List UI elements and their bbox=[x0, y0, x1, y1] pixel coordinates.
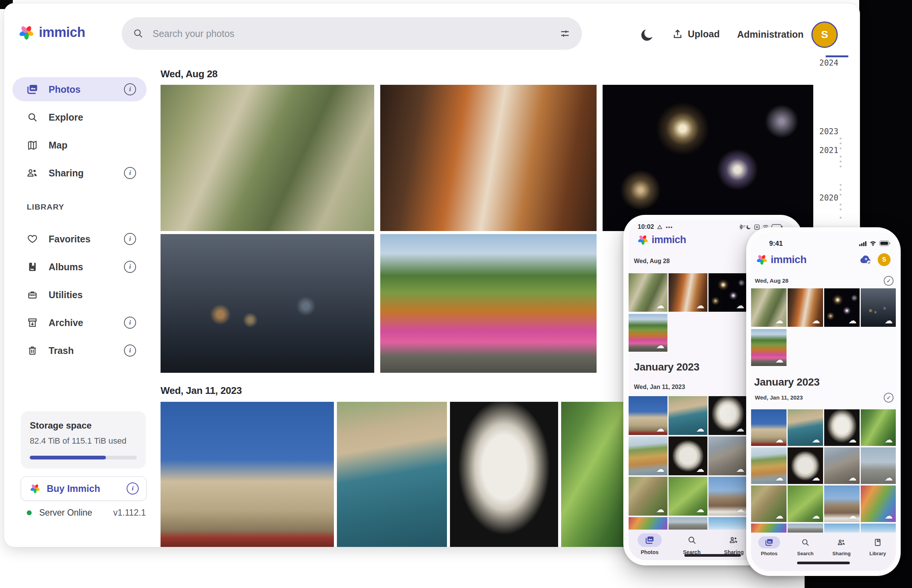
thumb-lizard[interactable] bbox=[751, 485, 786, 522]
immich-flower-icon bbox=[18, 24, 35, 41]
search-bar[interactable] bbox=[122, 17, 582, 50]
photo-marble-bust[interactable] bbox=[450, 402, 558, 547]
thumb-colorful[interactable] bbox=[861, 485, 896, 522]
thumb-coastal-fort[interactable] bbox=[788, 409, 823, 446]
trash-icon bbox=[27, 345, 38, 356]
sidebar-item-trash[interactable]: Trash i bbox=[13, 338, 147, 363]
app-logo[interactable]: immich bbox=[18, 24, 85, 41]
thumb-ruins[interactable] bbox=[824, 447, 860, 484]
scrubber-year[interactable]: 2021 bbox=[819, 146, 838, 155]
thumb-fortress[interactable] bbox=[751, 409, 786, 446]
thumb-partial[interactable] bbox=[788, 523, 823, 533]
thumb-lizard-moss[interactable] bbox=[668, 477, 707, 515]
info-icon[interactable]: i bbox=[124, 344, 136, 357]
photo-couple-holding-hands[interactable] bbox=[161, 234, 374, 373]
phone2-clock: 9:41 bbox=[769, 240, 783, 248]
dark-mode-toggle[interactable] bbox=[639, 27, 655, 43]
thumb-church-tower[interactable] bbox=[709, 477, 747, 515]
user-avatar[interactable]: S bbox=[811, 21, 838, 48]
info-icon[interactable]: i bbox=[124, 83, 136, 95]
thumb-beach-cliff[interactable] bbox=[751, 447, 786, 484]
thumb-fortress[interactable] bbox=[629, 396, 667, 435]
sidebar-item-archive[interactable]: Archive i bbox=[13, 310, 147, 335]
silent-box-icon bbox=[754, 224, 760, 230]
scrubber-year[interactable]: 2024 bbox=[819, 58, 838, 68]
scrubber-tick bbox=[839, 156, 841, 158]
phone1-home-indicator bbox=[684, 554, 741, 557]
buy-immich-button[interactable]: Buy Immich i bbox=[21, 477, 147, 501]
phone1-date-header: Wed, Jan 11, 2023 bbox=[634, 384, 685, 391]
scrubber-tick bbox=[839, 189, 841, 191]
thumb-marble-rock[interactable] bbox=[668, 436, 707, 475]
thumb-lizard[interactable] bbox=[629, 477, 667, 515]
thumb-coastal-fort[interactable] bbox=[668, 396, 707, 435]
photo-monkeys-at-zoo[interactable] bbox=[161, 85, 374, 231]
upload-button[interactable]: Upload bbox=[672, 28, 720, 40]
sidebar-item-albums[interactable]: Albums i bbox=[13, 255, 147, 279]
thumb-berries[interactable] bbox=[861, 409, 896, 446]
search-input[interactable] bbox=[152, 28, 559, 40]
thumb-partial[interactable] bbox=[668, 517, 707, 530]
thumb-road[interactable] bbox=[629, 314, 667, 352]
photo-fortress-walls[interactable] bbox=[161, 402, 334, 547]
nav-item-search[interactable]: Search bbox=[787, 533, 823, 571]
sidebar-item-label: Map bbox=[48, 140, 147, 151]
nav-item-sharing[interactable]: Sharing bbox=[823, 533, 860, 571]
thumb-dinner[interactable] bbox=[668, 273, 707, 312]
thumb-church-tower[interactable] bbox=[824, 485, 860, 522]
thumb-partial[interactable] bbox=[824, 523, 860, 533]
scrubber-tick bbox=[839, 217, 841, 219]
select-all-check-icon[interactable]: ✓ bbox=[884, 393, 894, 402]
thumb-lizard-moss[interactable] bbox=[788, 485, 823, 522]
search-icon bbox=[680, 533, 704, 547]
thumb-partial[interactable] bbox=[751, 523, 786, 533]
info-icon[interactable]: i bbox=[124, 261, 136, 273]
nav-item-photos[interactable]: Photos bbox=[751, 533, 787, 571]
nav-item-photos[interactable]: Photos bbox=[629, 530, 671, 560]
info-icon[interactable]: i bbox=[127, 483, 139, 494]
info-icon[interactable]: i bbox=[124, 317, 136, 329]
photo-autumn-garden-path[interactable] bbox=[380, 234, 597, 373]
photo-coastal-fort[interactable] bbox=[337, 402, 447, 547]
select-all-check-icon[interactable]: ✓ bbox=[884, 276, 894, 286]
people-icon bbox=[722, 533, 746, 547]
scrubber-year[interactable]: 2020 bbox=[819, 193, 838, 202]
phone-mockup-ios: 9:41 bbox=[746, 227, 901, 576]
archive-box-icon bbox=[27, 317, 38, 328]
thumb-partial[interactable] bbox=[709, 517, 747, 530]
thumb-ruins[interactable] bbox=[709, 436, 747, 475]
thumb-monkeys[interactable] bbox=[629, 273, 667, 312]
administration-button[interactable]: Administration bbox=[737, 29, 804, 40]
nav-item-library[interactable]: Library bbox=[860, 533, 896, 571]
thumb-partial[interactable] bbox=[629, 517, 667, 530]
photo-green-berries[interactable] bbox=[561, 402, 625, 547]
sidebar-item-favorites[interactable]: Favorites i bbox=[13, 227, 147, 251]
thumb-marble-rock[interactable] bbox=[788, 447, 823, 484]
thumb-marble-bust[interactable] bbox=[824, 409, 860, 446]
thumb-beach-cliff[interactable] bbox=[629, 436, 667, 475]
photo-fireworks[interactable] bbox=[603, 85, 813, 231]
sidebar-item-utilities[interactable]: Utilities bbox=[13, 283, 147, 307]
sidebar-item-explore[interactable]: Explore bbox=[13, 105, 147, 129]
thumb-road[interactable] bbox=[751, 329, 786, 366]
sidebar-item-sharing[interactable]: Sharing i bbox=[13, 161, 147, 185]
album-book-icon bbox=[867, 536, 889, 548]
thumb-statue[interactable] bbox=[861, 447, 896, 484]
thumb-fireworks[interactable] bbox=[824, 288, 860, 327]
sidebar-item-photos[interactable]: Photos i bbox=[13, 77, 147, 102]
scrubber-year[interactable]: 2023 bbox=[819, 127, 838, 136]
search-filter-icon[interactable] bbox=[559, 28, 571, 39]
thumb-couple[interactable] bbox=[861, 288, 896, 327]
thumb-dinner[interactable] bbox=[788, 288, 823, 327]
cloud-sync-icon[interactable] bbox=[860, 254, 872, 265]
info-icon[interactable]: i bbox=[124, 233, 136, 245]
photo-autumn-dinner-table[interactable] bbox=[380, 85, 597, 231]
info-icon[interactable]: i bbox=[124, 167, 136, 179]
scrubber-position-indicator[interactable] bbox=[826, 55, 848, 57]
thumb-monkeys[interactable] bbox=[751, 288, 786, 327]
thumb-partial[interactable] bbox=[861, 523, 896, 533]
thumb-marble-bust[interactable] bbox=[709, 396, 747, 435]
user-avatar[interactable]: S bbox=[878, 253, 891, 266]
thumb-fireworks[interactable] bbox=[709, 273, 747, 312]
sidebar-item-map[interactable]: Map bbox=[13, 133, 147, 157]
